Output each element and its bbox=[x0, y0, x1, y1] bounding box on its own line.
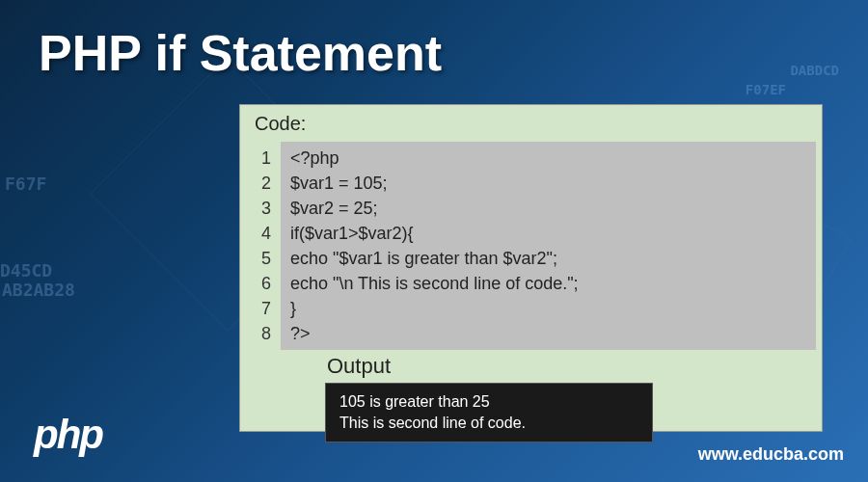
line-num: 8 bbox=[258, 321, 271, 346]
line-numbers: 1 2 3 4 5 6 7 8 bbox=[252, 142, 281, 350]
bg-hex-4: DABDCD bbox=[790, 63, 839, 78]
output-line-1: 105 is greater than 25 bbox=[339, 391, 638, 413]
line-num: 6 bbox=[258, 271, 271, 296]
website-url: www.educba.com bbox=[698, 444, 844, 465]
code-container: Code: 1 2 3 4 5 6 7 8 <?php $var1 = 105;… bbox=[239, 104, 823, 432]
line-num: 5 bbox=[258, 246, 271, 271]
php-logo: php bbox=[34, 412, 102, 458]
bg-hex-2: D45CD bbox=[0, 260, 52, 281]
bg-hex-3: AB2AB28 bbox=[2, 280, 75, 300]
code-label: Code: bbox=[255, 113, 306, 135]
line-num: 3 bbox=[258, 196, 271, 221]
line-num: 7 bbox=[258, 296, 271, 321]
bg-hex-1: F67F bbox=[5, 174, 46, 194]
code-block: 1 2 3 4 5 6 7 8 <?php $var1 = 105; $var2… bbox=[252, 142, 816, 350]
line-num: 4 bbox=[258, 221, 271, 246]
page-title: PHP if Statement bbox=[39, 24, 442, 82]
line-num: 1 bbox=[258, 146, 271, 171]
code-content: <?php $var1 = 105; $var2 = 25; if($var1>… bbox=[281, 142, 588, 350]
line-num: 2 bbox=[258, 171, 271, 196]
output-label: Output bbox=[327, 354, 391, 379]
bg-hex-5: F07EF bbox=[746, 82, 786, 97]
output-block: 105 is greater than 25 This is second li… bbox=[325, 383, 653, 442]
output-line-2: This is second line of code. bbox=[339, 413, 638, 434]
